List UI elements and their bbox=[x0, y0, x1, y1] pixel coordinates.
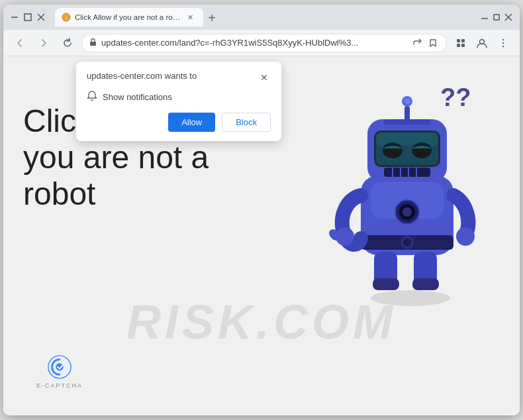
popup-header: updates-center.com wants to ✕ bbox=[87, 71, 271, 84]
tab-favicon-icon: ! bbox=[62, 13, 71, 22]
notification-popup: updates-center.com wants to ✕ Show notif… bbox=[76, 62, 281, 141]
tabs-bar: ! Click Allow if you are not a robot ✕ + bbox=[55, 8, 476, 26]
minimize-win-button[interactable] bbox=[480, 13, 489, 22]
browser-window: ! Click Allow if you are not a robot ✕ + bbox=[3, 5, 520, 415]
forward-button[interactable] bbox=[34, 33, 54, 53]
svg-text:??: ?? bbox=[440, 83, 471, 111]
address-bar[interactable]: updates-center.com/land?c=-rhG3YR1wiS5Sq… bbox=[81, 34, 447, 52]
content-area: Click Allow if you are not a robot RISK.… bbox=[3, 56, 520, 415]
svg-rect-7 bbox=[494, 15, 499, 20]
restore-win-button[interactable] bbox=[492, 13, 501, 22]
maximize-button[interactable] bbox=[23, 13, 32, 22]
headline-line3: robot bbox=[23, 176, 209, 212]
svg-rect-37 bbox=[384, 168, 430, 177]
close-button[interactable] bbox=[36, 13, 46, 22]
nav-right-icons bbox=[451, 33, 513, 53]
block-button[interactable]: Block bbox=[222, 113, 271, 132]
allow-button[interactable]: Allow bbox=[168, 113, 215, 132]
svg-rect-11 bbox=[457, 39, 460, 42]
svg-point-16 bbox=[502, 38, 504, 40]
svg-rect-48 bbox=[373, 278, 399, 290]
popup-buttons: Allow Block bbox=[87, 113, 271, 132]
svg-point-27 bbox=[403, 238, 411, 246]
tab-close-button[interactable]: ✕ bbox=[185, 12, 195, 23]
lock-icon bbox=[89, 38, 97, 48]
ecaptcha-label: E-CAPTCHA bbox=[36, 382, 83, 389]
window-controls bbox=[10, 13, 46, 22]
active-tab[interactable]: ! Click Allow if you are not a robot ✕ bbox=[55, 8, 203, 26]
tab-title: Click Allow if you are not a robot bbox=[75, 13, 181, 21]
refresh-button[interactable] bbox=[58, 33, 77, 53]
close-win-button[interactable] bbox=[504, 13, 513, 22]
ecaptcha-icon bbox=[47, 354, 72, 380]
robot-svg: ?? bbox=[308, 70, 493, 308]
popup-notification-row: Show notifications bbox=[87, 91, 271, 103]
svg-rect-32 bbox=[376, 132, 438, 146]
extensions-button[interactable] bbox=[451, 33, 471, 53]
title-bar: ! Click Allow if you are not a robot ✕ + bbox=[3, 5, 520, 30]
back-button[interactable] bbox=[10, 33, 30, 53]
new-tab-button[interactable]: + bbox=[203, 9, 220, 26]
page-background: Click Allow if you are not a robot RISK.… bbox=[3, 56, 520, 415]
svg-point-44 bbox=[404, 99, 410, 104]
svg-rect-13 bbox=[457, 44, 460, 47]
svg-point-20 bbox=[56, 363, 63, 370]
svg-rect-14 bbox=[461, 44, 465, 47]
minimize-button[interactable] bbox=[10, 13, 19, 22]
url-text: updates-center.com/land?c=-rhG3YR1wiS5Sq… bbox=[101, 38, 406, 48]
svg-point-17 bbox=[502, 42, 504, 43]
svg-point-46 bbox=[456, 227, 475, 246]
svg-text:!: ! bbox=[66, 15, 67, 21]
svg-rect-50 bbox=[412, 278, 439, 290]
svg-point-45 bbox=[336, 227, 354, 246]
svg-rect-12 bbox=[461, 39, 465, 42]
popup-close-button[interactable]: ✕ bbox=[258, 71, 271, 84]
svg-point-21 bbox=[371, 290, 450, 306]
headline-line2: you are not a bbox=[23, 139, 209, 176]
svg-point-18 bbox=[502, 45, 504, 46]
svg-point-53 bbox=[403, 207, 412, 217]
address-icons bbox=[410, 36, 440, 50]
menu-button[interactable] bbox=[493, 33, 513, 53]
svg-rect-10 bbox=[90, 42, 96, 46]
notification-text: Show notifications bbox=[103, 92, 172, 102]
svg-rect-1 bbox=[24, 14, 31, 21]
profile-button[interactable] bbox=[472, 33, 492, 53]
ecaptcha-logo: E-CAPTCHA bbox=[36, 354, 83, 389]
bookmark-icon[interactable] bbox=[426, 36, 440, 50]
bell-icon bbox=[87, 91, 97, 103]
share-icon[interactable] bbox=[410, 36, 424, 50]
nav-bar: updates-center.com/land?c=-rhG3YR1wiS5Sq… bbox=[3, 30, 520, 56]
robot-illustration: ?? bbox=[308, 70, 493, 308]
svg-rect-42 bbox=[404, 106, 410, 121]
popup-title: updates-center.com wants to bbox=[87, 71, 258, 81]
